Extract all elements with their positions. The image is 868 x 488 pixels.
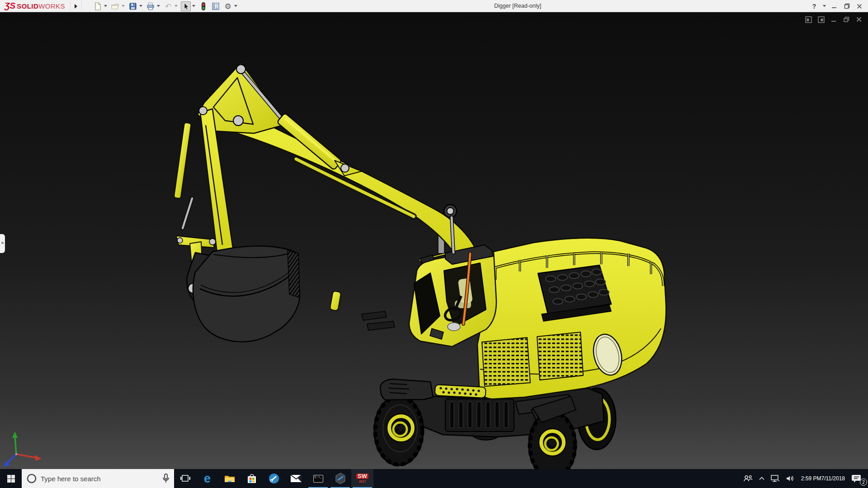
file-properties-button[interactable] xyxy=(210,1,221,12)
arm-cylinder-rod xyxy=(183,198,192,228)
command-prompt-icon: C:\_ xyxy=(313,475,323,483)
new-document-button[interactable] xyxy=(92,1,108,12)
windows-logo-icon xyxy=(7,475,15,483)
hexagon-app-icon xyxy=(335,473,346,484)
clock-time: 2:59 PM xyxy=(801,475,821,482)
solidworks-logo-glyph: ƷS xyxy=(5,1,15,11)
menu-expand-button[interactable] xyxy=(70,0,82,12)
front-fender xyxy=(380,379,433,400)
panel-collapse-handle[interactable] xyxy=(0,234,5,253)
save-button[interactable] xyxy=(127,1,144,12)
solidworks-2017-button[interactable]: SW 2017 xyxy=(351,469,373,488)
save-dropdown[interactable] xyxy=(138,1,143,11)
chevron-up-icon xyxy=(759,477,764,480)
volume-button[interactable] xyxy=(783,469,797,488)
start-button[interactable] xyxy=(0,469,22,488)
close-button[interactable] xyxy=(854,1,864,11)
notification-badge: 2 xyxy=(860,479,867,486)
solidworks-logo: ƷS SOLID WORKS xyxy=(5,1,65,10)
mail-button[interactable] xyxy=(285,469,307,488)
quick-access-toolbar: ↶ ⚙ xyxy=(92,0,240,12)
rebuild-button[interactable] xyxy=(198,1,209,12)
front-left-wheel xyxy=(374,396,423,465)
select-arrow-icon xyxy=(181,1,191,11)
cortana-icon xyxy=(26,473,37,484)
restore-button[interactable] xyxy=(842,1,852,11)
side-grille-left xyxy=(482,338,530,386)
undo-button[interactable]: ↶ xyxy=(163,1,179,12)
rebuild-traffic-light-icon xyxy=(198,1,208,11)
windows-taskbar: e C:\_ xyxy=(0,469,868,488)
pane-split-right-icon[interactable] xyxy=(816,15,826,24)
flyout-arrow-icon xyxy=(74,4,78,9)
bucket xyxy=(193,246,300,342)
wrench-circle-icon xyxy=(269,473,279,484)
document-title: Digger [Read-only] xyxy=(494,3,541,9)
triad-y-arrow xyxy=(12,432,18,438)
print-icon xyxy=(146,1,156,11)
command-prompt-button[interactable]: C:\_ xyxy=(307,469,329,488)
doc-close-button[interactable] xyxy=(854,15,863,24)
print-button[interactable] xyxy=(145,1,161,12)
edge-button[interactable]: e xyxy=(196,469,218,488)
tread-strip xyxy=(435,385,486,398)
excavator-model[interactable] xyxy=(174,63,666,469)
bucket-teeth xyxy=(288,250,300,298)
mail-icon xyxy=(291,474,302,483)
arm-cylinder-body xyxy=(174,122,191,198)
clock[interactable]: 2:59 PM 7/11/2018 xyxy=(797,469,849,488)
options-gear-icon: ⚙ xyxy=(223,1,233,11)
open-button[interactable] xyxy=(110,1,126,12)
select-tool-dropdown[interactable] xyxy=(191,1,196,11)
options-dropdown[interactable] xyxy=(233,1,238,11)
new-document-dropdown[interactable] xyxy=(103,1,108,11)
store-button[interactable] xyxy=(241,469,263,488)
cab xyxy=(409,245,496,347)
solidworks-logo-bold: SOLID xyxy=(17,2,38,10)
taskbar-search[interactable] xyxy=(22,469,174,488)
engine-block xyxy=(538,265,611,321)
graphics-viewport[interactable]: *Dimetric xyxy=(0,12,868,469)
options-button[interactable]: ⚙ xyxy=(222,1,239,12)
system-tray: 2:59 PM 7/11/2018 2 xyxy=(741,469,868,488)
file-explorer-icon xyxy=(224,474,235,483)
side-grille-right xyxy=(537,332,583,380)
hexagon-app-button[interactable] xyxy=(329,469,351,488)
print-dropdown[interactable] xyxy=(156,1,161,11)
viewport-canvas[interactable] xyxy=(0,12,868,469)
open-dropdown[interactable] xyxy=(120,1,126,11)
file-explorer-button[interactable] xyxy=(218,469,241,488)
people-icon xyxy=(744,475,753,482)
network-button[interactable] xyxy=(768,469,783,488)
action-center-button[interactable]: 2 xyxy=(849,469,868,488)
help-button[interactable]: ? xyxy=(809,1,819,11)
undo-icon: ↶ xyxy=(163,1,173,11)
speaker-icon xyxy=(786,475,794,482)
tools-button[interactable] xyxy=(263,469,285,488)
show-hidden-icons-button[interactable] xyxy=(756,469,768,488)
undo-dropdown[interactable] xyxy=(173,1,179,11)
search-input[interactable] xyxy=(41,475,162,483)
front-right-wheel xyxy=(529,412,576,469)
solidworks-logo-light: WORKS xyxy=(38,2,65,10)
select-tool-button[interactable] xyxy=(180,1,197,12)
network-icon xyxy=(771,475,780,482)
orientation-triad[interactable] xyxy=(4,432,42,467)
task-view-button[interactable] xyxy=(174,469,196,488)
open-folder-icon xyxy=(110,1,120,11)
clock-date: 7/11/2018 xyxy=(821,475,845,482)
people-button[interactable] xyxy=(741,469,756,488)
microphone-icon[interactable] xyxy=(162,474,170,483)
panel-collapse-dot xyxy=(1,242,4,244)
doc-restore-button[interactable] xyxy=(842,15,851,24)
pane-split-icon[interactable] xyxy=(804,15,813,24)
title-bar: ƷS SOLID WORKS xyxy=(0,0,868,12)
minimize-button[interactable] xyxy=(829,1,839,11)
window-controls: ? xyxy=(809,0,864,12)
triad-x-arrow xyxy=(35,455,42,461)
doc-minimize-button[interactable] xyxy=(829,15,838,24)
edge-icon: e xyxy=(204,473,211,485)
task-view-icon xyxy=(180,474,190,483)
help-dropdown[interactable] xyxy=(822,1,826,11)
save-icon xyxy=(128,1,138,11)
